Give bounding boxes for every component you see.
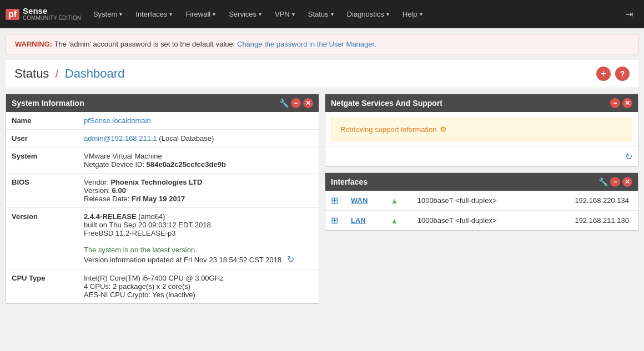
nav-label-vpn: VPN — [275, 10, 290, 18]
minimize-button[interactable]: − — [291, 98, 301, 108]
row-label: User — [6, 130, 78, 147]
widget-controls: 🔧 − ✕ — [279, 98, 313, 108]
breadcrumb: Status — [14, 67, 49, 80]
chevron-down-icon: ▾ — [259, 11, 261, 17]
chevron-down-icon: ▾ — [213, 11, 215, 17]
navbar: pf Sense COMMUNITY EDITION System ▾ Inte… — [0, 0, 644, 28]
wan-speed: 1000baseT <full-duplex> — [412, 191, 541, 211]
up-arrow-icon: ▲ — [391, 216, 399, 225]
table-row: BIOS Vendor: Phoenix Technologies LTDVer… — [6, 174, 319, 208]
close-button[interactable]: ✕ — [622, 98, 632, 108]
chevron-down-icon: ▾ — [386, 11, 389, 17]
system-info-header: System Information 🔧 − ✕ — [6, 94, 319, 112]
close-button[interactable]: ✕ — [622, 177, 632, 187]
widget-controls: − ✕ — [610, 98, 632, 108]
nav-item-services[interactable]: Services ▾ — [222, 0, 268, 28]
refresh-version-icon[interactable]: ↻ — [287, 254, 294, 264]
nav-item-status[interactable]: Status ▾ — [301, 0, 340, 28]
hostname-link[interactable]: pfSense.localdomain — [84, 116, 151, 125]
row-label: CPU Type — [6, 269, 78, 304]
nav-label-services: Services — [229, 10, 256, 18]
logo-pf: pf — [6, 9, 19, 20]
bios-vendor: Phoenix Technologies LTD — [110, 178, 202, 186]
page-title: Status / Dashboard — [14, 67, 124, 81]
minimize-button[interactable]: − — [610, 177, 620, 187]
logo-sense: Sense — [23, 7, 81, 15]
warning-banner: WARNING: The 'admin' account password is… — [6, 34, 638, 54]
wan-ip: 192.168.220.134 — [540, 191, 638, 211]
wrench-icon[interactable]: 🔧 — [279, 99, 289, 108]
row-label: Name — [6, 112, 78, 130]
table-row: ⊞ WAN ▲ 1000baseT <full-duplex> 192.168.… — [325, 191, 638, 211]
netgate-support-title: Netgate Services And Support — [331, 99, 610, 108]
bios-date: Fri May 19 2017 — [132, 195, 185, 203]
nav-item-interfaces[interactable]: Interfaces ▾ — [129, 0, 179, 28]
chevron-down-icon: ▾ — [119, 11, 122, 17]
nav-item-firewall[interactable]: Firewall ▾ — [179, 0, 222, 28]
support-footer: ↻ — [325, 146, 638, 166]
help-button[interactable]: ? — [615, 67, 630, 81]
lan-speed: 1000baseT <full-duplex> — [412, 211, 541, 231]
table-row: Name pfSense.localdomain — [6, 112, 319, 130]
right-column: Netgate Services And Support − ✕ Retriev… — [325, 94, 638, 309]
nav-item-system[interactable]: System ▾ — [87, 0, 129, 28]
page-header: Status / Dashboard + ? — [6, 60, 638, 88]
nav-item-vpn[interactable]: VPN ▾ — [268, 0, 301, 28]
logout-button[interactable]: ⇥ — [620, 9, 638, 19]
wrench-icon[interactable]: 🔧 — [598, 177, 608, 186]
gear-icon: ⚙ — [440, 125, 447, 134]
chevron-down-icon: ▾ — [169, 11, 172, 17]
lan-interface-link[interactable]: LAN — [351, 216, 366, 225]
add-widget-button[interactable]: + — [596, 67, 611, 81]
row-label: BIOS — [6, 174, 78, 208]
logo-edition: COMMUNITY EDITION — [23, 15, 81, 22]
chevron-down-icon: ▾ — [420, 11, 422, 17]
table-row: System VMware Virtual MachineNetgate Dev… — [6, 147, 319, 174]
breadcrumb-separator: / — [56, 67, 59, 80]
widget-controls: 🔧 − ✕ — [598, 177, 632, 187]
header-actions: + ? — [596, 67, 630, 81]
chevron-down-icon: ▾ — [331, 11, 334, 17]
network-icon: ⊞ — [331, 196, 338, 205]
nav-menu: System ▾ Interfaces ▾ Firewall ▾ Service… — [87, 0, 620, 28]
page-subtitle: Dashboard — [65, 67, 125, 80]
version-release: 2.4.4-RELEASE — [84, 212, 137, 221]
wan-interface-link[interactable]: WAN — [351, 196, 368, 205]
table-row: User admin@192.168.211.1 (Local Database… — [6, 130, 319, 147]
system-info-table: Name pfSense.localdomain User admin@192.… — [6, 112, 319, 303]
row-label: Version — [6, 208, 78, 269]
bios-version: 6.00 — [112, 186, 126, 195]
close-button[interactable]: ✕ — [303, 98, 313, 108]
network-icon: ⊞ — [331, 216, 338, 225]
retrieving-support-text: Retrieving support information — [340, 125, 436, 134]
user-link[interactable]: admin@192.168.211.1 — [84, 134, 157, 143]
interfaces-title: Interfaces — [331, 177, 598, 186]
warning-link[interactable]: Change the password in the User Manager. — [237, 40, 376, 48]
interfaces-header: Interfaces 🔧 − ✕ — [325, 173, 638, 191]
nav-item-diagnostics[interactable]: Diagnostics ▾ — [340, 0, 396, 28]
warning-text: The 'admin' account password is set to t… — [54, 40, 237, 48]
nav-label-firewall: Firewall — [185, 10, 210, 18]
nav-label-interfaces: Interfaces — [135, 10, 167, 18]
version-status: The system is on the latest version. — [84, 246, 197, 254]
logo: pf Sense COMMUNITY EDITION — [6, 7, 81, 22]
refresh-support-icon[interactable]: ↻ — [625, 152, 632, 161]
row-label: System — [6, 147, 78, 174]
table-row: ⊞ LAN ▲ 1000baseT <full-duplex> 192.168.… — [325, 211, 638, 231]
device-id: 584e0a2c25ccfcc3de9b — [147, 160, 226, 169]
warning-label: WARNING: — [15, 40, 52, 48]
interfaces-widget: Interfaces 🔧 − ✕ ⊞ WAN ▲ — [325, 172, 638, 231]
table-row: Version 2.4.4-RELEASE (amd64) built on T… — [6, 208, 319, 269]
nav-item-help[interactable]: Help ▾ — [396, 0, 429, 28]
minimize-button[interactable]: − — [610, 98, 620, 108]
left-column: System Information 🔧 − ✕ Name pfSense.lo… — [6, 94, 319, 309]
nav-label-system: System — [93, 10, 117, 18]
nav-label-status: Status — [308, 10, 329, 18]
support-loading-banner: Retrieving support information ⚙ — [331, 118, 632, 141]
system-info-widget: System Information 🔧 − ✕ Name pfSense.lo… — [6, 94, 319, 304]
up-arrow-icon: ▲ — [391, 196, 399, 205]
main-content: System Information 🔧 − ✕ Name pfSense.lo… — [0, 94, 644, 315]
netgate-support-header: Netgate Services And Support − ✕ — [325, 94, 638, 112]
interfaces-table: ⊞ WAN ▲ 1000baseT <full-duplex> 192.168.… — [325, 191, 638, 230]
netgate-support-widget: Netgate Services And Support − ✕ Retriev… — [325, 94, 638, 167]
